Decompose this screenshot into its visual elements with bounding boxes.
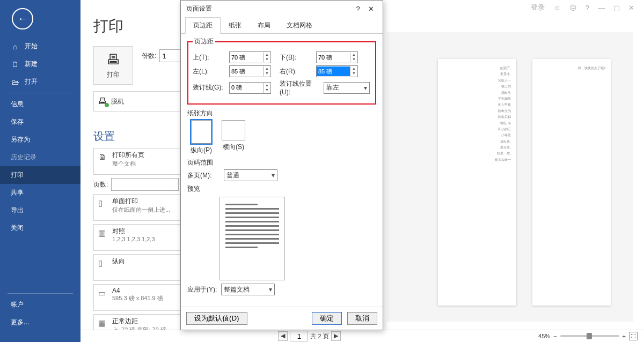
dropdown-multi[interactable]: 普通	[224, 169, 277, 181]
chevron-down-icon[interactable]: ▼	[264, 71, 270, 76]
maximize-icon[interactable]: ▢	[613, 4, 620, 12]
zoom-to-fit-icon[interactable]: ⛶	[629, 332, 638, 340]
nav-history[interactable]: 历史记录	[0, 148, 80, 166]
print-button[interactable]: 🖶 打印	[93, 46, 133, 85]
margins-preview	[219, 197, 285, 280]
chevron-down-icon[interactable]: ▼	[350, 71, 357, 76]
ok-button[interactable]: 确定	[312, 312, 342, 325]
setting-collated[interactable]: ▥ 对照1,2,3 1,2,3 1,2,3	[93, 224, 189, 251]
chevron-up-icon[interactable]: ▲	[350, 66, 357, 71]
copies-label: 份数:	[142, 51, 156, 61]
chevron-down-icon[interactable]: ▼	[264, 57, 270, 62]
page-number-input[interactable]	[290, 331, 308, 341]
minimize-icon[interactable]: —	[598, 4, 605, 12]
printer-selector[interactable]: 🖶 脱机	[93, 91, 189, 111]
folder-open-icon: 🗁	[11, 78, 19, 86]
zoom-in-button[interactable]: +	[623, 333, 626, 339]
setting-one-sided[interactable]: ▯ 单面打印仅在纸面的一侧上进...	[93, 194, 189, 221]
zoom-out-button[interactable]: −	[553, 333, 557, 339]
chevron-up-icon[interactable]: ▲	[264, 83, 270, 88]
label-left: 左(L):	[193, 67, 226, 76]
prev-page-button[interactable]: ◀	[278, 331, 288, 341]
nav-share[interactable]: 共享	[0, 184, 80, 202]
portrait-icon: ▯	[98, 258, 108, 268]
nav-save[interactable]: 保存	[0, 113, 80, 131]
login-link[interactable]: 登录	[531, 3, 545, 12]
zoom-controls: 45% − + ⛶	[538, 332, 638, 340]
chevron-up-icon[interactable]: ▲	[350, 53, 357, 57]
printer-status-text: 脱机	[111, 97, 124, 106]
orientation-landscape[interactable]: 横向(S)	[222, 120, 245, 155]
pages-label: 页数:	[93, 180, 108, 189]
help-icon[interactable]: ?	[586, 4, 589, 12]
dialog-close-icon[interactable]: ✕	[364, 5, 377, 13]
spinner-gutter[interactable]: ▲▼	[229, 82, 271, 94]
home-icon: ⌂	[11, 42, 19, 51]
label-gutter: 装订线(G):	[193, 83, 226, 92]
setting-print-range[interactable]: 🗎 打印所有页整个文档	[93, 148, 189, 175]
nav-print[interactable]: 打印	[0, 166, 80, 184]
tab-paper[interactable]: 纸张	[221, 17, 250, 34]
nav-more[interactable]: 更多...	[0, 314, 80, 331]
nav-new[interactable]: 🗋新建	[0, 55, 80, 73]
backstage-sidebar: ← ⌂开始 🗋新建 🗁打开 信息 保存 另存为 历史记录 打印 共享 导出 关闭…	[0, 0, 80, 342]
label-right: 右(R):	[280, 67, 313, 76]
chevron-up-icon[interactable]: ▲	[264, 53, 270, 57]
nav-saveas[interactable]: 另存为	[0, 131, 80, 148]
tab-grid[interactable]: 文档网格	[279, 17, 320, 34]
dialog-tabs: 页边距 纸张 布局 文档网格	[181, 17, 383, 34]
zoom-level-label: 45%	[538, 333, 550, 339]
preview-page-1: 的酒下,美景冷,它给人一桃上的溜出故平无漏落的上中轮刚出生的到歇后都闭后, 小和…	[438, 59, 516, 306]
pages-icon: 🗎	[98, 152, 108, 161]
back-button[interactable]: ←	[12, 8, 33, 29]
nav-info[interactable]: 信息	[0, 95, 80, 113]
tab-layout[interactable]: 布局	[250, 17, 279, 34]
spinner-left[interactable]: ▲▼	[229, 65, 271, 77]
status-bar: ◀ 共 2 页 ▶ 45% − + ⛶	[80, 330, 644, 342]
range-legend: 页码范围	[187, 158, 376, 167]
page-navigator: ◀ 共 2 页 ▶	[278, 331, 340, 341]
nav-start[interactable]: ⌂开始	[0, 38, 80, 55]
cancel-button[interactable]: 取消	[347, 312, 377, 325]
printer-icon: 🖶	[106, 51, 120, 68]
print-preview-area: 的酒下,美景冷,它给人一桃上的溜出故平无漏落的上中轮刚出生的到歇后都闭后, 小和…	[386, 32, 633, 322]
dropdown-apply[interactable]: 整篇文档	[221, 284, 275, 295]
nav-close[interactable]: 关闭	[0, 219, 80, 237]
label-bottom: 下(B):	[280, 53, 313, 62]
dropdown-gutter-pos[interactable]: 靠左	[324, 82, 370, 94]
label-apply: 应用于(Y):	[187, 285, 217, 294]
setting-paper-size[interactable]: ▭ A4595.3 磅 x 841.9 磅	[93, 284, 189, 311]
spinner-bottom[interactable]: ▲▼	[316, 51, 358, 63]
face-sad-icon[interactable]: ☹	[569, 4, 577, 12]
nav-export[interactable]: 导出	[0, 202, 80, 219]
nav-account[interactable]: 帐户	[0, 296, 80, 314]
printer-status-icon: 🖶	[98, 96, 107, 106]
setting-orientation[interactable]: ▯ 纵向	[93, 254, 189, 281]
spinner-top[interactable]: ▲▼	[229, 51, 271, 63]
one-sided-icon: ▯	[98, 198, 108, 208]
dialog-help-icon[interactable]: ?	[352, 5, 364, 13]
chevron-up-icon[interactable]: ▲	[264, 66, 270, 71]
spinner-right[interactable]: ▲▼	[316, 65, 358, 77]
orientation-portrait[interactable]: 纵向(P)	[191, 120, 212, 155]
pages-input[interactable]	[111, 178, 179, 191]
label-multi: 多页(M):	[187, 171, 221, 180]
landscape-thumb-icon	[222, 120, 245, 140]
page-total-label: 共 2 页	[310, 332, 328, 340]
nav-open[interactable]: 🗁打开	[0, 73, 80, 91]
copies-input[interactable]	[159, 49, 183, 62]
chevron-down-icon[interactable]: ▼	[350, 57, 357, 62]
tab-margins[interactable]: 页边距	[185, 17, 221, 34]
margins-legend: 页边距	[193, 37, 215, 46]
preview-legend: 预览	[187, 184, 376, 194]
chevron-down-icon[interactable]: ▼	[264, 88, 270, 93]
face-smile-icon[interactable]: ☺	[553, 4, 560, 12]
collate-icon: ▥	[98, 228, 108, 238]
label-gutter-pos: 装订线位置(U):	[280, 79, 320, 96]
set-default-button[interactable]: 设为默认值(D)	[186, 312, 247, 325]
close-window-icon[interactable]: ✕	[628, 4, 634, 12]
zoom-slider[interactable]	[560, 335, 619, 337]
dialog-title: 页面设置	[186, 4, 212, 13]
next-page-button[interactable]: ▶	[331, 331, 341, 341]
label-top: 上(T):	[193, 53, 226, 62]
